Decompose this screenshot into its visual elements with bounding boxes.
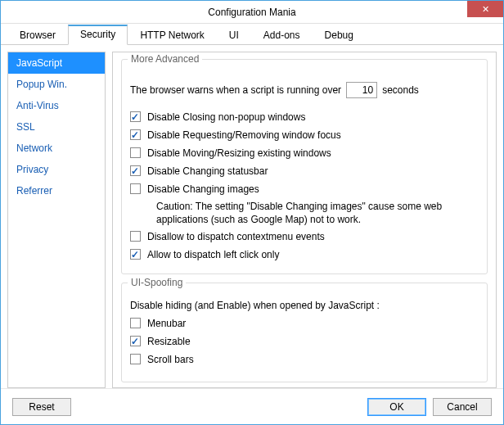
warn-post-text: seconds bbox=[382, 84, 419, 96]
sidebar-item-ssl[interactable]: SSL bbox=[8, 116, 105, 138]
label-menubar: Menubar bbox=[147, 316, 186, 331]
check-resizable: Resizable bbox=[130, 334, 479, 349]
label-disable-moving: Disable Moving/Resizing existing windows bbox=[147, 146, 331, 161]
sidebar-item-privacy[interactable]: Privacy bbox=[8, 159, 105, 180]
label-disable-images: Disable Changing images bbox=[147, 182, 259, 197]
tab-addons[interactable]: Add-ons bbox=[251, 25, 313, 45]
window-title: Configuration Mania bbox=[1, 7, 503, 18]
label-resizable: Resizable bbox=[147, 334, 191, 349]
main-panel[interactable]: More Advanced The browser warns when a s… bbox=[112, 52, 497, 388]
note-disable-images: Caution: The setting "Disable Changing i… bbox=[156, 200, 479, 226]
checkbox-disable-focus[interactable] bbox=[130, 129, 141, 140]
checkbox-menubar[interactable] bbox=[130, 318, 141, 328]
warn-pre-text: The browser warns when a script is runni… bbox=[130, 84, 341, 96]
check-left-click-only: Allow to dispatch left click only bbox=[130, 247, 479, 262]
ok-button[interactable]: OK bbox=[367, 398, 426, 416]
footer: Reset OK Cancel bbox=[1, 388, 503, 424]
tab-http-network[interactable]: HTTP Network bbox=[128, 25, 216, 45]
check-disable-statusbar: Disable Changing statusbar bbox=[130, 164, 479, 179]
tab-ui[interactable]: UI bbox=[217, 25, 251, 45]
tab-security[interactable]: Security bbox=[68, 25, 128, 45]
sidebar-item-referrer[interactable]: Referrer bbox=[8, 180, 105, 201]
check-disable-moving: Disable Moving/Resizing existing windows bbox=[130, 146, 479, 161]
checkbox-disallow-contextmenu[interactable] bbox=[130, 231, 141, 242]
checkbox-resizable[interactable] bbox=[130, 336, 141, 346]
ui-spoofing-subtext: Disable hiding (and Enable) when opened … bbox=[130, 300, 479, 311]
label-disable-closing: Disable Closing non-popup windows bbox=[147, 110, 305, 124]
legend-more-advanced: More Advanced bbox=[128, 53, 202, 65]
check-disable-images: Disable Changing images bbox=[130, 182, 479, 197]
config-window: Configuration Mania ✕ Browser Security H… bbox=[0, 0, 504, 425]
checkbox-disable-images[interactable] bbox=[130, 183, 141, 194]
check-scrollbars: Scroll bars bbox=[130, 352, 479, 367]
label-left-click-only: Allow to dispatch left click only bbox=[147, 247, 279, 262]
reset-button[interactable]: Reset bbox=[12, 398, 71, 416]
checkbox-left-click-only[interactable] bbox=[130, 249, 141, 260]
content-area: JavaScript Popup Win. Anti-Virus SSL Net… bbox=[1, 45, 503, 388]
label-scrollbars: Scroll bars bbox=[147, 352, 194, 367]
tabstrip: Browser Security HTTP Network UI Add-ons… bbox=[1, 24, 503, 45]
sidebar-item-javascript[interactable]: JavaScript bbox=[8, 52, 105, 74]
tab-browser[interactable]: Browser bbox=[7, 25, 68, 45]
legend-ui-spoofing: UI-Spoofing bbox=[128, 277, 186, 288]
tab-debug[interactable]: Debug bbox=[313, 25, 366, 45]
fieldset-more-advanced: More Advanced The browser warns when a s… bbox=[121, 59, 488, 274]
sidebar-item-antivirus[interactable]: Anti-Virus bbox=[8, 95, 105, 116]
check-disable-focus: Disable Requesting/Removing window focus bbox=[130, 128, 479, 142]
label-disallow-contextmenu: Disallow to dispatch contextmenu events bbox=[147, 229, 325, 244]
check-disable-closing: Disable Closing non-popup windows bbox=[130, 110, 479, 124]
check-disallow-contextmenu: Disallow to dispatch contextmenu events bbox=[130, 229, 479, 244]
warn-seconds-input[interactable] bbox=[346, 82, 377, 98]
fieldset-ui-spoofing: UI-Spoofing Disable hiding (and Enable) … bbox=[121, 283, 488, 382]
close-icon: ✕ bbox=[482, 4, 489, 15]
close-button[interactable]: ✕ bbox=[467, 1, 503, 17]
sidebar-item-popup[interactable]: Popup Win. bbox=[8, 74, 105, 95]
warn-row: The browser warns when a script is runni… bbox=[130, 82, 479, 98]
titlebar: Configuration Mania ✕ bbox=[1, 1, 503, 24]
cancel-button[interactable]: Cancel bbox=[433, 398, 492, 416]
sidebar-item-network[interactable]: Network bbox=[8, 138, 105, 159]
cutoff-row bbox=[130, 370, 479, 373]
checkbox-disable-moving[interactable] bbox=[130, 147, 141, 158]
label-disable-focus: Disable Requesting/Removing window focus bbox=[147, 128, 341, 142]
checkbox-scrollbars[interactable] bbox=[130, 354, 141, 364]
check-menubar: Menubar bbox=[130, 316, 479, 331]
sidebar: JavaScript Popup Win. Anti-Virus SSL Net… bbox=[7, 52, 106, 388]
checkbox-disable-closing[interactable] bbox=[130, 111, 141, 122]
checkbox-disable-statusbar[interactable] bbox=[130, 165, 141, 176]
label-disable-statusbar: Disable Changing statusbar bbox=[147, 164, 268, 179]
